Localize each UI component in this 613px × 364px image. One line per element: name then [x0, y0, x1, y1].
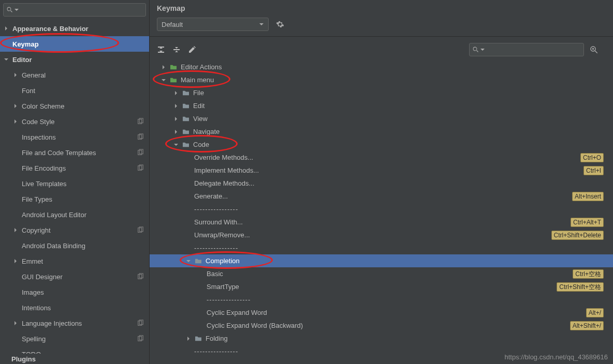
sidebar-item-todo[interactable]: TODO [0, 346, 149, 354]
keymap-search[interactable] [469, 43, 584, 56]
sidebar-search-input[interactable] [19, 6, 142, 14]
sidebar-item-file-encodings[interactable]: File Encodings [0, 160, 149, 176]
tree-item-unwrap-remove[interactable]: Unwrap/Remove...Ctrl+Shift+Delete [150, 229, 613, 241]
svg-point-18 [473, 47, 477, 51]
tree-item-[interactable]: ---------------- [150, 203, 613, 216]
settings-sidebar: Appearance & BehaviorKeymapEditorGeneral… [0, 0, 150, 364]
sidebar-item-intentions[interactable]: Intentions [0, 300, 149, 315]
edit-icon[interactable] [188, 46, 196, 54]
watermark: https://blog.csdn.net/qq_43689616 [505, 353, 608, 361]
tree-item-code[interactable]: Code [150, 138, 613, 151]
search-icon [473, 47, 479, 53]
tree-item-basic[interactable]: BasicCtrl+空格 [150, 267, 613, 280]
page-title: Keymap [150, 0, 613, 16]
shortcut-badge: Ctrl+Shift+空格 [557, 282, 604, 292]
copy-icon [137, 320, 144, 327]
expand-all-icon[interactable] [157, 46, 165, 54]
sidebar-item-inspections[interactable]: Inspections [0, 129, 149, 145]
sidebar-item-android-layout-editor[interactable]: Android Layout Editor [0, 207, 149, 222]
tree-item-main-menu[interactable]: Main menu [150, 73, 613, 86]
svg-line-19 [477, 51, 478, 52]
shortcut-badge: Ctrl+I [583, 166, 604, 175]
sidebar-item-keymap[interactable]: Keymap [0, 36, 149, 52]
copy-icon [137, 118, 144, 125]
svg-line-21 [595, 51, 597, 53]
copy-icon [137, 133, 144, 141]
tree-item-editor-actions[interactable]: Editor Actions [150, 60, 613, 73]
collapse-all-icon[interactable] [172, 46, 181, 54]
tree-item-surround-with[interactable]: Surround With...Ctrl+Alt+T [150, 216, 613, 229]
sidebar-item-color-scheme[interactable]: Color Scheme [0, 98, 149, 114]
copy-icon [137, 149, 144, 156]
gear-icon[interactable] [276, 20, 284, 28]
keymap-search-input[interactable] [485, 46, 580, 54]
sidebar-item-code-style[interactable]: Code Style [0, 114, 149, 129]
tree-item-implement-methods[interactable]: Implement Methods...Ctrl+I [150, 164, 613, 177]
chevron-down-icon [480, 47, 485, 52]
chevron-down-icon [259, 22, 264, 27]
shortcut-badge: Ctrl+O [580, 153, 604, 162]
svg-line-1 [11, 11, 12, 12]
shortcut-badge: Ctrl+空格 [573, 269, 604, 279]
sidebar-item-spelling[interactable]: Spelling [0, 331, 149, 346]
tree-item-folding[interactable]: Folding [150, 332, 613, 345]
shortcut-badge: Alt+/ [586, 308, 604, 317]
tree-item-cyclic-expand-word[interactable]: Cyclic Expand WordAlt+/ [150, 306, 613, 319]
sidebar-item-images[interactable]: Images [0, 284, 149, 300]
sidebar-item-gui-designer[interactable]: GUI Designer [0, 269, 149, 284]
search-icon [7, 7, 13, 13]
sidebar-search[interactable] [3, 3, 146, 17]
tree-item-[interactable]: ---------------- [150, 293, 613, 306]
tree-item-[interactable]: ---------------- [150, 241, 613, 254]
shortcut-badge: Ctrl+Alt+T [571, 218, 604, 227]
tree-item-smarttype[interactable]: SmartTypeCtrl+Shift+空格 [150, 280, 613, 293]
copy-icon [137, 164, 144, 172]
tree-item-file[interactable]: File [150, 86, 613, 99]
scheme-value: Default [162, 21, 183, 28]
tree-item-delegate-methods[interactable]: Delegate Methods... [150, 177, 613, 190]
copy-icon [137, 335, 144, 342]
tree-item-generate[interactable]: Generate...Alt+Insert [150, 190, 613, 203]
find-by-shortcut-icon[interactable] [589, 45, 599, 54]
tree-item-cyclic-expand-word-backward[interactable]: Cyclic Expand Word (Backward)Alt+Shift+/ [150, 319, 613, 332]
svg-point-22 [592, 48, 594, 50]
shortcut-badge: Ctrl+Shift+Delete [551, 231, 604, 240]
tree-item-override-methods[interactable]: Override Methods...Ctrl+O [150, 151, 613, 164]
svg-point-0 [7, 7, 11, 11]
copy-icon [137, 226, 144, 234]
tree-item-edit[interactable]: Edit [150, 99, 613, 112]
sidebar-item-file-types[interactable]: File Types [0, 191, 149, 207]
sidebar-item-font[interactable]: Font [0, 83, 149, 98]
tree-item-view[interactable]: View [150, 112, 613, 125]
sidebar-item-plugins[interactable]: Plugins [0, 354, 149, 364]
sidebar-item-appearance-behavior[interactable]: Appearance & Behavior [0, 21, 149, 36]
copy-icon [137, 273, 144, 280]
sidebar-item-general[interactable]: General [0, 67, 149, 83]
chevron-down-icon [14, 7, 19, 12]
sidebar-item-file-and-code-templates[interactable]: File and Code Templates [0, 145, 149, 160]
tree-item-completion[interactable]: Completion [150, 254, 613, 267]
sidebar-item-language-injections[interactable]: Language Injections [0, 315, 149, 331]
sidebar-item-live-templates[interactable]: Live Templates [0, 176, 149, 191]
tree-item-navigate[interactable]: Navigate [150, 125, 613, 138]
sidebar-item-emmet[interactable]: Emmet [0, 253, 149, 269]
sidebar-item-copyright[interactable]: Copyright [0, 222, 149, 238]
keymap-panel: Keymap Default Editor A [150, 0, 613, 364]
shortcut-badge: Alt+Insert [572, 192, 604, 201]
keymap-scheme-select[interactable]: Default [157, 18, 269, 31]
sidebar-item-android-data-binding[interactable]: Android Data Binding [0, 238, 149, 253]
shortcut-badge: Alt+Shift+/ [570, 321, 604, 330]
sidebar-item-editor[interactable]: Editor [0, 52, 149, 67]
